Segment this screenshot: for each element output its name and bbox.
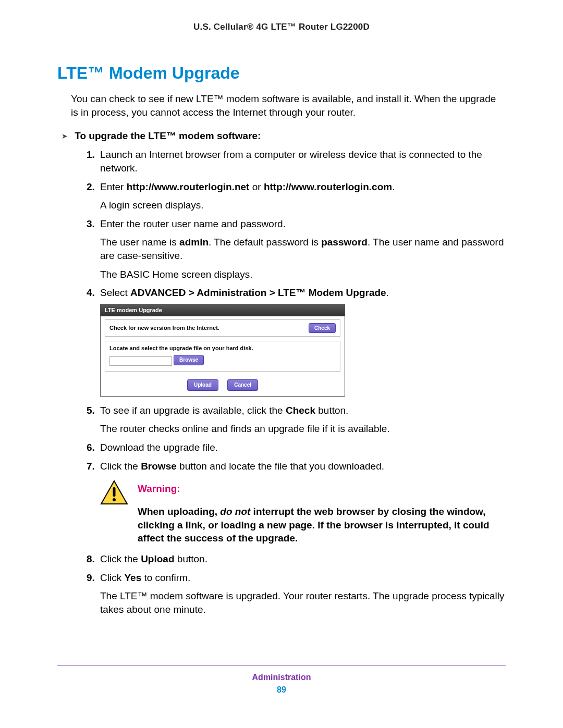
step-2: 2. Enter http://www.routerlogin.net or h… [87,180,506,212]
task-heading: ➤ To upgrade the LTE™ modem software: [62,130,506,142]
step-text: Enter the router user name and password. [100,218,286,229]
step-text: Select ADVANCED > Administration > LTE™ … [100,287,389,298]
warning-icon [100,480,128,545]
step-number: 3. [87,217,95,231]
warning-title: Warning: [138,482,506,496]
step-number: 8. [87,552,95,566]
footer-page-number: 89 [57,685,506,695]
document-header: U.S. Cellular® 4G LTE™ Router LG2200D [57,22,506,32]
step-number: 2. [87,180,95,194]
step-number: 5. [87,404,95,417]
step-subtext: The BASIC Home screen displays. [100,268,506,281]
warning-text: When uploading, do not interrupt the web… [138,505,506,545]
step-text: Enter http://www.routerlogin.net or http… [100,181,395,192]
step-number: 4. [87,286,95,300]
embedded-ui-screenshot: LTE modem Upgrade Check for new version … [100,304,345,397]
cancel-button[interactable]: Cancel [227,379,258,391]
step-number: 6. [87,441,95,454]
svg-rect-1 [113,487,116,497]
step-subtext: The LTE™ modem software is upgraded. You… [100,589,506,616]
page-footer: Administration 89 [57,665,506,695]
check-button[interactable]: Check [309,323,336,334]
step-6: 6. Download the upgrade file. [87,441,506,454]
intro-paragraph: You can check to see if new LTE™ modem s… [71,92,506,119]
step-text: Click the Upload button. [100,553,207,564]
ui-body: Check for new version from the Internet.… [101,316,345,396]
task-arrow-icon: ➤ [62,132,72,140]
step-subtext: The user name is admin. The default pass… [100,236,506,262]
steps-list: 1. Launch an Internet browser from a com… [57,148,506,616]
step-text: Launch an Internet browser from a comput… [100,149,482,174]
upgrade-file-input[interactable] [109,356,172,366]
step-9: 9. Click Yes to confirm. The LTE™ modem … [87,571,506,616]
step-1: 1. Launch an Internet browser from a com… [87,148,506,175]
step-text: Click the Browse button and locate the f… [100,461,384,472]
section-title: LTE™ Modem Upgrade [57,64,506,83]
browse-button[interactable]: Browse [174,355,204,365]
footer-rule [57,665,506,665]
step-4: 4. Select ADVANCED > Administration > LT… [87,286,506,396]
step-text: Download the upgrade file. [100,442,218,453]
step-5: 5. To see if an upgrade is available, cl… [87,404,506,436]
step-subtext: The router checks online and finds an up… [100,422,506,436]
ui-titlebar: LTE modem Upgrade [101,304,345,316]
footer-section-label: Administration [57,673,506,682]
step-number: 9. [87,571,95,585]
svg-point-2 [113,498,116,501]
task-label: To upgrade the LTE™ modem software: [75,130,261,141]
ui-check-label: Check for new version from the Internet. [109,324,219,332]
step-text: To see if an upgrade is available, click… [100,405,348,416]
step-number: 1. [87,148,95,162]
step-8: 8. Click the Upload button. [87,552,506,566]
ui-locate-label: Locate and select the upgrade file on yo… [109,344,336,352]
warning-block: Warning: When uploading, do not interrup… [100,482,506,545]
step-number: 7. [87,460,95,473]
ui-footer-buttons: Upload Cancel [105,377,340,391]
upload-button[interactable]: Upload [187,379,218,391]
step-3: 3. Enter the router user name and passwo… [87,217,506,281]
step-subtext: A login screen displays. [100,199,506,212]
step-7: 7. Click the Browse button and locate th… [87,460,506,545]
ui-check-row: Check for new version from the Internet.… [105,319,340,337]
ui-locate-row: Locate and select the upgrade file on yo… [105,341,340,372]
step-text: Click Yes to confirm. [100,572,190,583]
warning-content: Warning: When uploading, do not interrup… [138,482,506,545]
